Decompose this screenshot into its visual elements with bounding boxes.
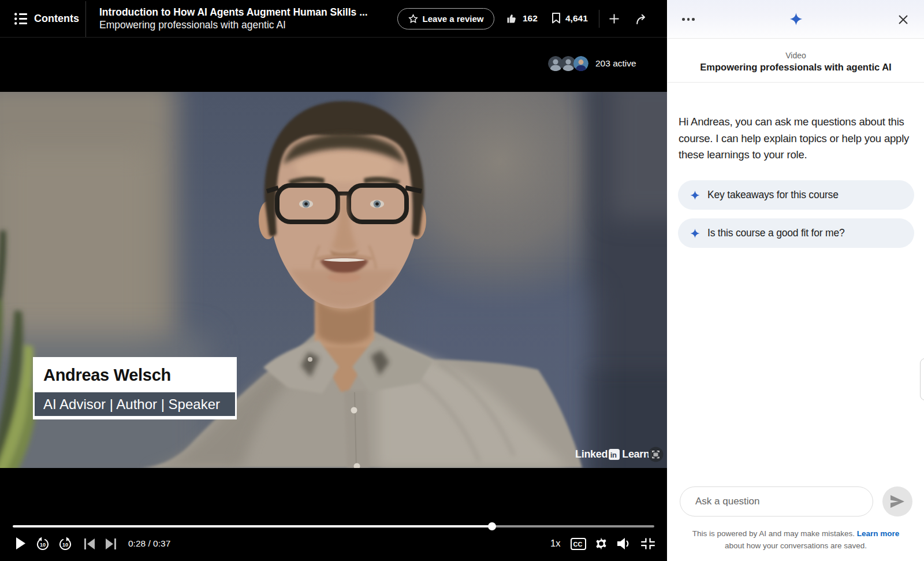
svg-text:CC: CC: [573, 541, 583, 548]
svg-text:10: 10: [40, 542, 46, 548]
svg-text:in: in: [610, 450, 617, 459]
svg-text:10: 10: [62, 542, 68, 548]
